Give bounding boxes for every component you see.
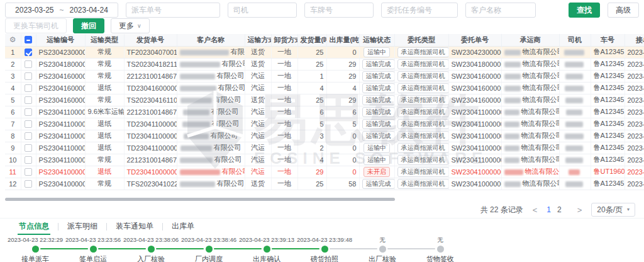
column-header[interactable]: 委托单号 [448,34,501,46]
table-row[interactable]: 8PS230411000003退纸TD230411000008有限公司汽运一地3… [5,130,644,142]
cell-accept-time: 2023-04-1 [625,106,644,118]
cell-transport-no: PS230423000002 [36,46,85,58]
column-header[interactable]: 委托类型 [394,34,448,46]
table-row[interactable]: 1PS230423000002常规TF20230407001有限公司送货一地25… [5,46,644,58]
row-checkbox[interactable] [25,84,32,92]
page-number-1[interactable]: 1 [547,205,551,214]
cell-row-select[interactable] [21,178,36,190]
cell-row-select[interactable] [21,166,36,178]
column-header[interactable]: 发货单号 [124,34,177,46]
scrollbar-thumb[interactable] [5,198,395,201]
row-checkbox[interactable] [25,72,32,80]
row-checkbox[interactable] [25,180,32,188]
select-all-checkbox[interactable] [25,36,32,43]
tab-loading-notice[interactable]: 装车通知单 [107,219,162,235]
column-header[interactable]: 司机 [559,34,591,46]
consign-type-badge: 承运商指派司机 [397,143,449,153]
cell-transport-mode: 汽运 [245,142,271,154]
row-checkbox[interactable] [25,60,32,68]
column-header[interactable]: 运输编号 [36,34,85,46]
column-header[interactable]: 运输状态 [359,34,394,46]
cell-delivery-no: TD230410000009 [124,166,177,178]
column-header[interactable]: 运输类型 [85,34,124,46]
table-row[interactable]: 9PS230411000002退纸TD230411000007有限公司汽运一地2… [5,142,644,154]
consign-task-no-input[interactable] [381,3,458,18]
cell-row-select[interactable] [21,82,36,94]
table-row[interactable]: 11PS230410000006退纸TD230410000009有限公司汽运一地… [5,166,644,178]
table-row[interactable]: 7PS230411000004退纸TD230411000009有限公司汽运一地5… [5,118,644,130]
cell-row-select[interactable] [21,154,36,166]
cell-row-select[interactable] [21,106,36,118]
timeline-stage-label: 出库确认 [238,254,296,262]
cell-consign-no: SW230411000001 [448,154,501,166]
cell-row-select[interactable] [21,46,36,58]
cell-transport-status: 运输中 [359,46,394,58]
column-header[interactable]: 客户名称 [177,34,245,46]
change-vehicle-driver-button[interactable]: 更换车辆司机 [5,18,67,33]
cell-row-select[interactable] [21,70,36,82]
cell-plate-no: 鲁UT1960 [591,166,625,178]
column-header[interactable]: 接单时间 [625,34,644,46]
page-size-select[interactable]: 20条/页 ▾ [591,203,635,217]
timeline-stage-label: 磅货拍照 [296,254,353,262]
cell-row-select[interactable] [21,94,36,106]
tab-outbound-order[interactable]: 出库单 [163,219,203,235]
dispatch-no-input[interactable] [126,3,220,18]
row-checkbox[interactable] [25,120,32,128]
row-checkbox[interactable] [25,132,32,140]
row-checkbox[interactable] [25,108,32,116]
advanced-button[interactable]: 高级 [608,3,639,18]
column-header[interactable]: 运输方式 [245,34,271,46]
cell-accept-time: 2023-04-2 [625,46,644,58]
row-checkbox[interactable] [25,48,32,56]
driver-input[interactable] [228,3,297,18]
column-header[interactable]: 出库量(吨) [326,34,359,46]
cell-consign-no: SW230411000006 [448,106,501,118]
table-row[interactable]: 6PS2304110000059.6米车运输22123100148676有限公司… [5,106,644,118]
cell-row-index: 3 [5,70,21,82]
customer-name-input[interactable] [465,3,536,18]
column-header[interactable]: 承运商 [501,34,559,46]
cell-row-select[interactable] [21,58,36,70]
search-button[interactable]: 查找 [569,3,600,18]
tab-node-info[interactable]: 节点信息 [10,219,58,235]
cell-ship-qty: 25 [297,58,326,70]
cell-transport-status: 未开启 [359,166,394,178]
column-header[interactable]: 车号 [591,34,625,46]
cell-row-select[interactable] [21,130,36,142]
cell-driver [559,130,591,142]
row-checkbox[interactable] [25,168,32,176]
column-header[interactable]: 卸货方式 [271,34,297,46]
table-row[interactable]: 12PS230410000004常规TFS202304102203有限公司送货一… [5,178,644,190]
row-checkbox[interactable] [25,96,32,104]
cell-unload-mode: 一地 [271,70,297,82]
revoke-button[interactable]: 撤回 [73,18,104,33]
date-end[interactable]: 2023-04-24 [70,6,108,14]
table-row[interactable]: 10PS230411000001常规22123100148677有限公司汽运一地… [5,154,644,166]
cell-delivery-no: 22123100148676 [124,106,177,118]
more-button[interactable]: 更多 ∨ [111,18,150,33]
tab-dispatch-detail[interactable]: 派车明细 [58,219,106,235]
date-start[interactable]: 2023-03-25 [15,6,53,14]
table-row[interactable]: 2PS230418000001常规TS202304182114有限公司送货一地2… [5,58,644,70]
cell-row-select[interactable] [21,142,36,154]
row-checkbox[interactable] [25,156,32,164]
cell-transport-status: 运输完成 [359,70,394,82]
cell-accept-time: 2023-04-1 [625,118,644,130]
column-settings-gear-icon[interactable]: ⚙ [9,35,16,44]
cell-row-select[interactable] [21,118,36,130]
table-row[interactable]: 5PS230416000004常规TS202304161109有限公司送货一地2… [5,94,644,106]
table-row[interactable]: 3PS230416000007常规22123100148673有限公司汽运一地1… [5,70,644,82]
page-number-2[interactable]: 2 [557,205,562,214]
horizontal-scrollbar[interactable] [5,197,644,202]
status-badge: 运输完成 [362,95,395,105]
row-checkbox[interactable] [25,144,32,152]
cell-transport-no: PS230410000004 [36,178,85,190]
next-page-button[interactable]: > [577,205,582,215]
plate-no-input[interactable] [304,3,374,18]
column-header[interactable]: 发货量(吨) [297,34,326,46]
prev-page-button[interactable]: < [533,205,538,215]
date-range-picker[interactable]: 2023-03-25 ~ 2023-04-24 [5,3,118,18]
table-row[interactable]: 4PS230416000006退纸TD230416000002有限公司汽运一地4… [5,82,644,94]
cell-consign-type: 承运商指派司机 [394,58,448,70]
